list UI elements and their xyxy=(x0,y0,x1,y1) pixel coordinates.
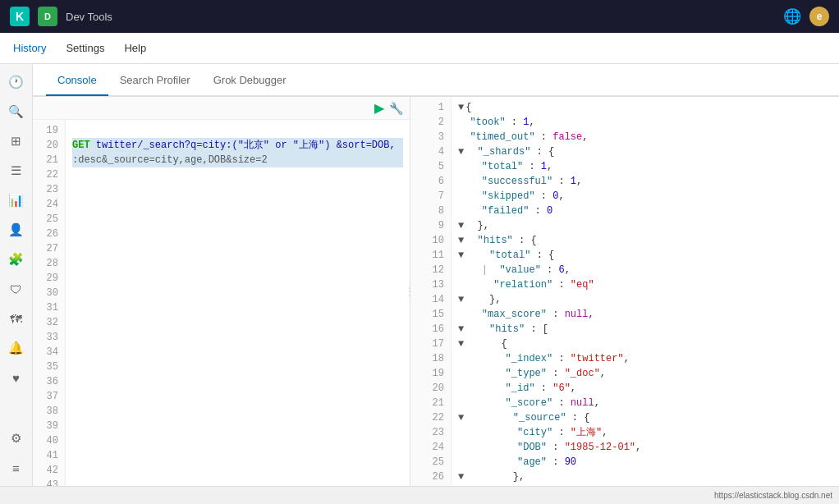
sidebar-icon-alert[interactable]: 🔔 xyxy=(5,337,28,360)
sidebar-icon-map[interactable]: 🗺 xyxy=(5,307,28,330)
code-line-35 xyxy=(72,374,403,389)
devtools-badge: D xyxy=(38,7,57,26)
sidebar-icon-person[interactable]: 👤 xyxy=(5,218,28,241)
resp-line-25: "age" : 90 xyxy=(458,455,832,470)
main-layout: 🕐 🔍 ⊞ ☰ 📊 👤 🧩 🛡 🗺 🔔 ♥ ⚙ ≡ Console Search… xyxy=(0,64,839,486)
split-pane: ▶ 🔧 19 20 21 22 23 24 25 26 27 xyxy=(33,97,839,486)
resp-line-2: "took" : 1, xyxy=(458,115,832,130)
resp-line-22: ▼ "_source" : { xyxy=(458,410,832,425)
sidebar-icon-heart[interactable]: ♥ xyxy=(5,366,28,389)
app-title: Dev Tools xyxy=(66,11,112,23)
sidebar-icon-bar[interactable]: 📊 xyxy=(5,189,28,212)
status-bar: https://elasticstack.blog.csdn.net xyxy=(0,486,839,504)
response-pane: 1 2 3 4 5 6 7 8 9 10 11 12 13 14 xyxy=(410,97,839,486)
wrench-button[interactable]: 🔧 xyxy=(389,102,403,115)
resp-line-4: ▼ "_shards" : { xyxy=(458,144,832,159)
pane-drag-handle[interactable]: ⋮ xyxy=(406,97,413,486)
response-line-numbers: 1 2 3 4 5 6 7 8 9 10 11 12 13 14 xyxy=(410,97,452,486)
code-line-36 xyxy=(72,389,403,404)
user-avatar[interactable]: e xyxy=(809,7,829,26)
sidebar-icon-menu[interactable]: ≡ xyxy=(5,456,28,479)
editor-content[interactable]: GET twitter/_search?q=city:("北京" or "上海"… xyxy=(66,120,410,486)
resp-line-19: "_type" : "_doc", xyxy=(458,366,832,381)
status-url: https://elasticstack.blog.csdn.net xyxy=(714,491,832,500)
code-line-39 xyxy=(72,433,403,448)
resp-line-11: ▼ "total" : { xyxy=(458,248,832,263)
run-button[interactable]: ▶ xyxy=(374,100,384,116)
resp-line-21: "_score" : null, xyxy=(458,396,832,410)
code-line-41 xyxy=(72,463,403,478)
response-content: ▼{ "took" : 1, "timed_out" : false, ▼ "_… xyxy=(452,97,839,486)
code-line-23 xyxy=(72,197,403,212)
code-line-20b: :desc&_source=city,age,DOB&size=2 xyxy=(72,153,403,167)
code-line-30 xyxy=(72,300,403,315)
sidebar-icon-shield[interactable]: 🛡 xyxy=(5,277,28,300)
resp-line-15: "max_score" : null, xyxy=(458,307,832,322)
sidebar-icon-clock[interactable]: 🕐 xyxy=(5,71,28,94)
code-line-40 xyxy=(72,448,403,463)
resp-line-8: "failed" : 0 xyxy=(458,204,832,218)
sidebar: 🕐 🔍 ⊞ ☰ 📊 👤 🧩 🛡 🗺 🔔 ♥ ⚙ ≡ xyxy=(0,64,33,486)
resp-line-24: "DOB" : "1985-12-01", xyxy=(458,440,832,455)
resp-line-12: | "value" : 6, xyxy=(458,263,832,277)
editor-pane: ▶ 🔧 19 20 21 22 23 24 25 26 27 xyxy=(33,97,410,486)
code-line-22 xyxy=(72,182,403,197)
resp-line-1: ▼{ xyxy=(458,100,832,115)
tab-console[interactable]: Console xyxy=(46,66,108,96)
resp-line-13: "relation" : "eq" xyxy=(458,277,832,292)
sidebar-icon-grid[interactable]: ⊞ xyxy=(5,130,28,153)
editor-toolbar: ▶ 🔧 xyxy=(33,97,410,120)
nav-help[interactable]: Help xyxy=(124,35,146,61)
tabs-bar: Console Search Profiler Grok Debugger xyxy=(33,64,839,97)
tab-grok-debugger[interactable]: Grok Debugger xyxy=(202,66,298,96)
nav-bar: History Settings Help xyxy=(0,33,839,64)
tab-search-profiler[interactable]: Search Profiler xyxy=(108,66,202,96)
code-line-29 xyxy=(72,286,403,300)
sidebar-icon-search[interactable]: 🔍 xyxy=(5,100,28,123)
sidebar-icon-gear[interactable]: ⚙ xyxy=(5,427,28,450)
code-line-28 xyxy=(72,271,403,286)
code-line-21 xyxy=(72,167,403,182)
globe-icon[interactable]: 🌐 xyxy=(783,7,801,25)
top-bar: K D Dev Tools 🌐 e xyxy=(0,0,839,33)
resp-line-6: "successful" : 1, xyxy=(458,174,832,189)
resp-line-18: "_index" : "twitter", xyxy=(458,351,832,366)
resp-line-23: "city" : "上海", xyxy=(458,425,832,440)
resp-line-20: "_id" : "6", xyxy=(458,381,832,396)
resp-line-7: "skipped" : 0, xyxy=(458,189,832,204)
resp-line-5: "total" : 1, xyxy=(458,159,832,174)
code-line-38 xyxy=(72,419,403,433)
code-line-19 xyxy=(72,123,403,138)
sidebar-icon-list[interactable]: ☰ xyxy=(5,159,28,182)
code-line-33 xyxy=(72,345,403,360)
resp-line-17: ▼ { xyxy=(458,337,832,351)
resp-line-10: ▼ "hits" : { xyxy=(458,233,832,248)
code-line-37 xyxy=(72,404,403,419)
sidebar-icon-puzzle[interactable]: 🧩 xyxy=(5,248,28,271)
code-line-20: GET twitter/_search?q=city:("北京" or "上海"… xyxy=(72,138,403,153)
code-line-24 xyxy=(72,212,403,227)
code-line-32 xyxy=(72,330,403,345)
nav-history[interactable]: History xyxy=(13,35,46,61)
code-line-27 xyxy=(72,256,403,271)
code-line-42 xyxy=(72,478,403,486)
editor-body[interactable]: 19 20 21 22 23 24 25 26 27 28 29 30 31 xyxy=(33,120,410,486)
resp-line-9: ▼ }, xyxy=(458,218,832,233)
resp-line-16: ▼ "hits" : [ xyxy=(458,322,832,337)
kibana-logo: K xyxy=(10,7,30,26)
code-line-34 xyxy=(72,360,403,374)
resp-line-14: ▼ }, xyxy=(458,292,832,307)
nav-settings[interactable]: Settings xyxy=(66,35,104,61)
code-line-25 xyxy=(72,227,403,241)
code-line-31 xyxy=(72,315,403,330)
response-body: 1 2 3 4 5 6 7 8 9 10 11 12 13 14 xyxy=(410,97,839,486)
resp-line-3: "timed_out" : false, xyxy=(458,130,832,144)
content-area: Console Search Profiler Grok Debugger ▶ … xyxy=(33,64,839,486)
editor-line-numbers: 19 20 21 22 23 24 25 26 27 28 29 30 31 xyxy=(33,120,66,486)
resp-line-26: ▼ }, xyxy=(458,470,832,484)
code-line-26 xyxy=(72,241,403,256)
